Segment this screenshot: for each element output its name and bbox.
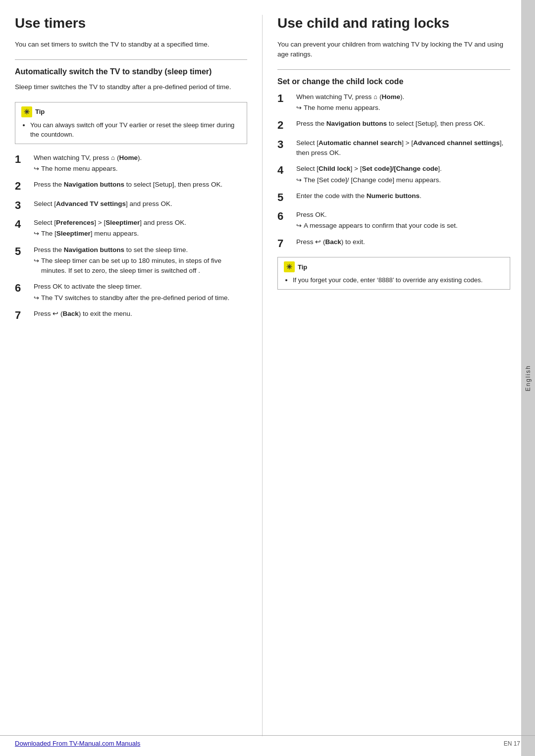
right-step-6-text: Press OK. [296, 211, 327, 218]
left-step-2-text: Press the Navigation buttons to select [… [34, 181, 222, 188]
right-step-7-number: 7 [277, 237, 293, 250]
right-step-1-arrow: ↪ The home menu appears. [296, 103, 510, 113]
left-intro: You can set timers to switch the TV to s… [15, 40, 247, 50]
footer: Downloaded From TV-Manual.com Manuals EN… [0, 735, 535, 747]
left-step-7-text: Press ↩ (Back) to exit the menu. [34, 310, 132, 317]
right-step-7-text: Press ↩ (Back) to exit. [296, 238, 365, 246]
left-tip-header: ✳ Tip [21, 106, 241, 117]
side-tab-label: English [525, 365, 532, 391]
left-step-6-arrow-text: The TV switches to standby after the pre… [41, 293, 229, 303]
right-step-7-content: Press ↩ (Back) to exit. [296, 237, 510, 247]
right-step-3-text: Select [Automatic channel search] > [Adv… [296, 139, 503, 156]
right-step-5-text: Enter the code with the Numeric buttons. [296, 192, 422, 200]
right-step-1-arrow-text: The home menu appears. [304, 103, 380, 113]
left-step-1-arrow: ↪ The home menu appears. [34, 164, 247, 174]
right-step-4-arrow-text: The [Set code]/ [Change code] menu appea… [304, 175, 441, 185]
left-step-1-arrow-text: The home menu appears. [41, 164, 118, 174]
left-step-1-content: When watching TV, press ⌂ (Home). ↪ The … [34, 153, 247, 174]
right-step-4-arrow: ↪ The [Set code]/ [Change code] menu app… [296, 175, 510, 185]
right-step-6-arrow: ↪ A message appears to confirm that your… [296, 221, 510, 231]
arrow-icon-1: ↪ [34, 164, 39, 174]
left-step-5-number: 5 [15, 245, 31, 258]
left-step-1-text: When watching TV, press ⌂ (Home). [34, 154, 142, 161]
left-step-3-number: 3 [15, 199, 31, 212]
left-step-5-arrow: ↪ The sleep timer can be set up to 180 m… [34, 256, 247, 276]
right-arrow-icon-6: ↪ [296, 221, 302, 231]
right-tip-box: ✳ Tip If you forget your code, enter ‘88… [277, 257, 510, 290]
left-divider [15, 59, 247, 60]
left-step-7: 7 Press ↩ (Back) to exit the menu. [15, 309, 247, 322]
left-step-1: 1 When watching TV, press ⌂ (Home). ↪ Th… [15, 153, 247, 174]
right-step-1-content: When watching TV, press ⌂ (Home). ↪ The … [296, 92, 510, 113]
left-tip-item: You can always switch off your TV earlie… [30, 120, 241, 140]
right-step-2-text: Press the Navigation buttons to select [… [296, 120, 485, 127]
right-step-4-text: Select [Child lock] > [Set code]/[Change… [296, 165, 442, 172]
left-step-2: 2 Press the Navigation buttons to select… [15, 180, 247, 193]
arrow-icon-5: ↪ [34, 256, 39, 266]
right-step-5: 5 Enter the code with the Numeric button… [277, 191, 510, 204]
left-step-7-content: Press ↩ (Back) to exit the menu. [34, 309, 247, 319]
right-step-3: 3 Select [Automatic channel search] > [A… [277, 138, 510, 158]
right-step-6-number: 6 [277, 210, 293, 223]
footer-page-number: EN 17 [504, 740, 520, 747]
left-subsection-title: Automatically switch the TV to standby (… [15, 67, 247, 77]
left-step-4: 4 Select [Preferences] > [Sleeptimer] an… [15, 218, 247, 239]
right-step-4-number: 4 [277, 164, 293, 177]
right-step-2-content: Press the Navigation buttons to select [… [296, 119, 510, 129]
right-arrow-icon-1: ↪ [296, 103, 302, 113]
arrow-icon-6: ↪ [34, 293, 39, 303]
left-step-5-arrow-text: The sleep timer can be set up to 180 min… [41, 256, 247, 276]
right-step-4: 4 Select [Child lock] > [Set code]/[Chan… [277, 164, 510, 185]
left-step-7-number: 7 [15, 309, 31, 322]
right-steps-list: 1 When watching TV, press ⌂ (Home). ↪ Th… [277, 92, 510, 250]
right-step-5-content: Enter the code with the Numeric buttons. [296, 191, 510, 201]
left-tip-label: Tip [35, 108, 45, 115]
tip-star-icon: ✳ [21, 106, 32, 117]
left-step-5-text: Press the Navigation buttons to set the … [34, 246, 188, 253]
arrow-icon-4: ↪ [34, 229, 39, 239]
right-tip-star-icon: ✳ [284, 261, 295, 272]
left-step-4-arrow: ↪ The [Sleeptimer] menu appears. [34, 229, 247, 239]
right-tip-label: Tip [298, 263, 307, 271]
left-tip-content: You can always switch off your TV earlie… [21, 120, 241, 140]
left-step-4-number: 4 [15, 218, 31, 231]
left-step-4-arrow-text: The [Sleeptimer] menu appears. [41, 229, 139, 239]
left-step-4-text: Select [Preferences] > [Sleeptimer] and … [34, 219, 186, 226]
right-column: Use child and rating locks You can preve… [263, 15, 510, 736]
right-step-7: 7 Press ↩ (Back) to exit. [277, 237, 510, 250]
left-step-6-text: Press OK to activate the sleep timer. [34, 283, 142, 290]
right-step-1: 1 When watching TV, press ⌂ (Home). ↪ Th… [277, 92, 510, 113]
left-column: Use timers You can set timers to switch … [15, 15, 263, 736]
left-step-6-arrow: ↪ The TV switches to standby after the p… [34, 293, 247, 303]
left-step-5: 5 Press the Navigation buttons to set th… [15, 245, 247, 276]
left-subsection-intro: Sleep timer switches the TV to standby a… [15, 82, 247, 92]
left-step-3-content: Select [Advanced TV settings] and press … [34, 199, 247, 209]
right-step-6: 6 Press OK. ↪ A message appears to confi… [277, 210, 510, 231]
left-step-3-text: Select [Advanced TV settings] and press … [34, 200, 172, 207]
footer-link[interactable]: Downloaded From TV-Manual.com Manuals [15, 740, 140, 747]
right-step-1-text: When watching TV, press ⌂ (Home). [296, 93, 404, 101]
left-step-2-number: 2 [15, 180, 31, 193]
right-step-2: 2 Press the Navigation buttons to select… [277, 119, 510, 132]
left-steps-list: 1 When watching TV, press ⌂ (Home). ↪ Th… [15, 153, 247, 322]
right-step-6-arrow-text: A message appears to confirm that your c… [304, 221, 458, 231]
left-tip-box: ✳ Tip You can always switch off your TV … [15, 102, 247, 144]
left-step-5-content: Press the Navigation buttons to set the … [34, 245, 247, 276]
left-step-1-number: 1 [15, 153, 31, 166]
left-step-4-content: Select [Preferences] > [Sleeptimer] and … [34, 218, 247, 239]
left-step-6: 6 Press OK to activate the sleep timer. … [15, 282, 247, 303]
right-title: Use child and rating locks [277, 15, 510, 32]
right-step-1-number: 1 [277, 92, 293, 105]
right-intro: You can prevent your children from watch… [277, 40, 510, 60]
right-step-3-number: 3 [277, 138, 293, 151]
right-tip-content: If you forget your code, enter ‘8888’ to… [284, 275, 504, 285]
main-content: Use timers You can set timers to switch … [0, 0, 521, 756]
right-step-3-content: Select [Automatic channel search] > [Adv… [296, 138, 510, 158]
right-step-2-number: 2 [277, 119, 293, 132]
left-title: Use timers [15, 15, 247, 32]
right-tip-header: ✳ Tip [284, 261, 504, 272]
left-step-2-content: Press the Navigation buttons to select [… [34, 180, 247, 190]
right-arrow-icon-4: ↪ [296, 175, 302, 185]
left-step-3: 3 Select [Advanced TV settings] and pres… [15, 199, 247, 212]
right-subsection-title: Set or change the child lock code [277, 77, 510, 87]
